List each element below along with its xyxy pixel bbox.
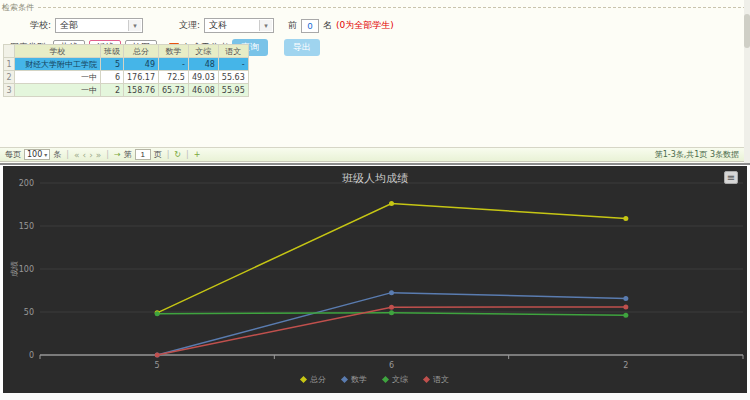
cell-class: 6 — [101, 71, 124, 84]
refresh-icon[interactable]: ↻ — [174, 150, 181, 159]
legend-marker-icon — [300, 376, 307, 383]
cell-class: 5 — [101, 58, 124, 71]
last-page-icon[interactable]: » — [96, 150, 102, 160]
export-button[interactable]: 导出 — [284, 39, 320, 56]
page-suffix: 页 — [154, 149, 162, 160]
row-number: 2 — [4, 71, 15, 84]
school-label: 学校: — [30, 19, 51, 32]
chevron-down-icon: ▾ — [44, 151, 47, 158]
legend-item-文综[interactable]: 文综 — [383, 374, 408, 385]
school-select-value: 全部 — [60, 19, 78, 32]
top-n-hint: (0为全部学生) — [336, 19, 394, 32]
cell-wenzong: 46.08 — [188, 84, 218, 97]
filter-row-1: 学校: 全部 ▾ 文理: 文科 ▾ 前 名(0为全部学生) — [30, 18, 750, 33]
cell-math: 72.5 — [159, 71, 189, 84]
stream-label: 文理: — [179, 19, 200, 32]
svg-text:0: 0 — [29, 351, 34, 360]
svg-text:成绩: 成绩 — [10, 261, 19, 277]
line-chart-panel: 050100150200成绩562 班级人均成绩 ≡ 总分数学文综语文 — [3, 166, 747, 393]
cell-school: 一中 — [15, 84, 101, 97]
legend-marker-icon — [341, 376, 348, 383]
cell-total: 49 — [124, 58, 159, 71]
per-page-value: 100 — [27, 150, 42, 159]
cell-math: - — [159, 58, 189, 71]
top-n-suffix: 名 — [323, 19, 332, 32]
pager-summary: 第1-3条,共1页 3条数据 — [655, 149, 739, 160]
table-row[interactable]: 1 财经大学附中工学院 5 49 - 48 - — [4, 58, 249, 71]
cell-math: 65.73 — [159, 84, 189, 97]
bottom-strip — [0, 393, 750, 400]
go-page-icon[interactable]: → — [114, 150, 121, 159]
legend-label: 数学 — [351, 374, 367, 385]
fieldset-legend: 检索条件 — [0, 0, 750, 13]
first-page-icon[interactable]: « — [74, 150, 80, 160]
rownum-header — [4, 45, 15, 58]
legend-label: 语文 — [433, 374, 449, 385]
stream-select[interactable]: 文科 ▾ — [204, 18, 274, 33]
col-header-total[interactable]: 总分 — [124, 45, 159, 58]
cell-school: 一中 — [15, 71, 101, 84]
vertical-scrollbar[interactable] — [744, 0, 750, 163]
cell-wenzong: 48 — [188, 58, 218, 71]
cell-chinese: - — [218, 58, 248, 71]
resize-grid-icon[interactable]: + — [194, 150, 201, 159]
next-page-icon[interactable]: › — [89, 150, 93, 160]
col-header-math[interactable]: 数学 — [159, 45, 189, 58]
cell-wenzong: 49.03 — [188, 71, 218, 84]
prev-page-icon[interactable]: ‹ — [83, 150, 87, 160]
cell-school: 财经大学附中工学院 — [15, 58, 101, 71]
legend-item-数学[interactable]: 数学 — [342, 374, 367, 385]
line-chart: 050100150200成绩562 — [3, 166, 747, 393]
fieldset-rule — [38, 7, 746, 8]
stream-select-value: 文科 — [209, 19, 227, 32]
legend-label: 总分 — [310, 374, 326, 385]
school-select[interactable]: 全部 ▾ — [55, 18, 143, 33]
legend-marker-icon — [382, 376, 389, 383]
pager-separator: | — [186, 150, 189, 159]
row-number: 3 — [4, 84, 15, 97]
chevron-down-icon: ▾ — [259, 20, 272, 31]
table-row[interactable]: 3 一中 2 158.76 65.73 46.08 55.95 — [4, 84, 249, 97]
legend-item-语文[interactable]: 语文 — [424, 374, 449, 385]
cell-chinese: 55.95 — [218, 84, 248, 97]
svg-text:150: 150 — [19, 222, 34, 231]
col-header-wenzong[interactable]: 文综 — [188, 45, 218, 58]
chart-legend: 总分数学文综语文 — [3, 374, 747, 385]
pager-separator: | — [66, 150, 69, 159]
col-header-class[interactable]: 班级 — [101, 45, 124, 58]
svg-text:100: 100 — [19, 265, 34, 274]
cell-total: 176.17 — [124, 71, 159, 84]
legend-item-总分[interactable]: 总分 — [301, 374, 326, 385]
table-header-row: 学校 班级 总分 数学 文综 语文 — [4, 45, 249, 58]
cell-class: 2 — [101, 84, 124, 97]
legend-marker-icon — [423, 376, 430, 383]
pager-separator: | — [167, 150, 170, 159]
chart-menu-icon[interactable]: ≡ — [724, 171, 738, 184]
svg-text:5: 5 — [155, 361, 160, 370]
svg-text:6: 6 — [389, 361, 394, 370]
results-table: 学校 班级 总分 数学 文综 语文 1 财经大学附中工学院 5 49 - 48 … — [3, 44, 249, 97]
page-label: 第 — [124, 149, 132, 160]
chart-title: 班级人均成绩 — [3, 171, 747, 186]
svg-text:2: 2 — [623, 361, 628, 370]
fieldset-legend-text: 检索条件 — [2, 2, 34, 13]
cell-chinese: 55.63 — [218, 71, 248, 84]
top-n-input[interactable] — [301, 19, 319, 33]
per-page-label: 每页 — [5, 149, 21, 160]
scrollbar-thumb[interactable] — [744, 14, 750, 48]
row-number: 1 — [4, 58, 15, 71]
page-number-input[interactable] — [135, 149, 151, 160]
per-page-select[interactable]: 100 ▾ — [24, 149, 50, 160]
chevron-down-icon: ▾ — [128, 20, 141, 31]
table-row[interactable]: 2 一中 6 176.17 72.5 49.03 55.63 — [4, 71, 249, 84]
legend-label: 文综 — [392, 374, 408, 385]
top-n-label: 前 — [288, 19, 297, 32]
svg-text:50: 50 — [24, 308, 34, 317]
pager-bar: 每页 100 ▾ 条 | « ‹ › » | → 第 页 | ↻ | + 第1-… — [0, 147, 744, 162]
col-header-school[interactable]: 学校 — [15, 45, 101, 58]
col-header-chinese[interactable]: 语文 — [218, 45, 248, 58]
pager-separator: | — [106, 150, 109, 159]
cell-total: 158.76 — [124, 84, 159, 97]
per-page-suffix: 条 — [53, 149, 61, 160]
section-divider — [0, 163, 750, 165]
